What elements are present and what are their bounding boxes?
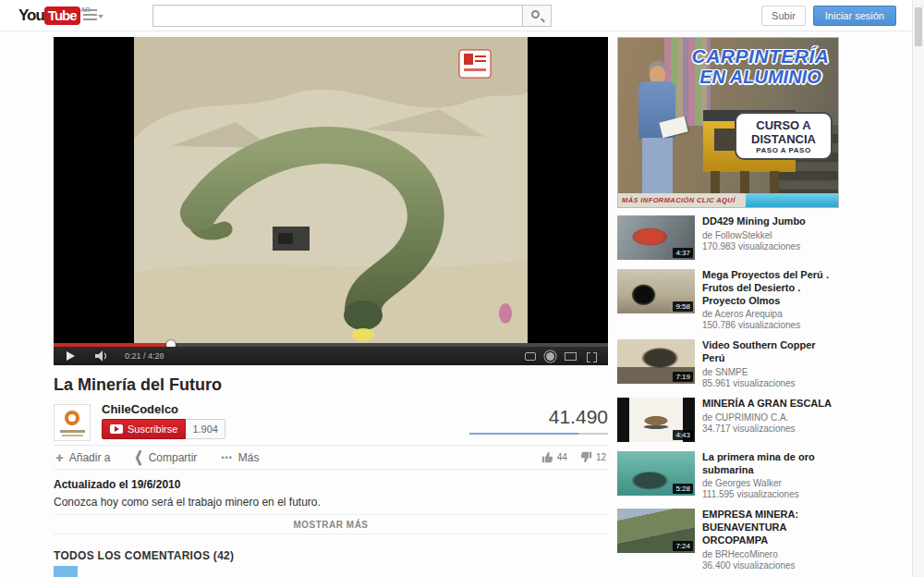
ad-url-strip[interactable]: [746, 193, 838, 207]
ad-banner[interactable]: CARPINTERÍA EN ALUMINIO CURSO A DISTANCI…: [617, 37, 839, 208]
related-video-thumbnail[interactable]: 7:24: [617, 509, 695, 553]
like-button[interactable]: 44: [541, 451, 567, 463]
related-video-item: 5:28 La primera mina de oro submarina de…: [617, 451, 839, 500]
related-video-thumbnail[interactable]: 4:37: [617, 215, 695, 260]
hamburger-bar: [83, 9, 97, 11]
related-video-meta: Video Southern Copper Perú de SNMPE 85.9…: [702, 339, 839, 388]
add-to-button[interactable]: + Añadir a: [55, 449, 110, 465]
related-video-channel: de FollowStekkel: [702, 230, 839, 240]
duration-badge: 4:37: [673, 248, 693, 258]
show-more-button[interactable]: MOSTRAR MÁS: [293, 520, 368, 530]
related-video-meta: Mega Proyectos del Perú . Frutos del Des…: [702, 269, 839, 330]
duration-badge: 4:43: [673, 430, 693, 440]
player-controls: 0:21 / 4:28: [54, 347, 608, 365]
signin-button[interactable]: Iniciar sesión: [813, 6, 896, 26]
related-video-views: 36.400 visualizaciones: [702, 560, 839, 571]
related-video-meta: La primera mina de oro submarina de Geor…: [702, 451, 839, 500]
codelco-logo-icon: [65, 411, 79, 425]
duration-badge: 5:28: [673, 484, 693, 494]
video-scene: [134, 37, 528, 343]
player-controls-right: [525, 352, 597, 361]
related-video-thumbnail[interactable]: 7:19: [617, 339, 695, 384]
related-video-views: 150.786 visualizaciones: [702, 320, 839, 330]
more-actions-button[interactable]: ••• Más: [221, 451, 259, 464]
related-video-thumbnail[interactable]: 4:43: [617, 398, 695, 442]
play-button[interactable]: [67, 351, 75, 361]
volume-button[interactable]: [95, 350, 108, 362]
search-input[interactable]: [152, 5, 522, 27]
ad-bubble-line3: PASO A PASO: [738, 146, 829, 154]
more-label: Más: [238, 451, 260, 464]
view-count: 41.490: [549, 406, 608, 428]
related-video-item: 4:43 MINERÍA A GRAN ESCALA de CUPRIMINO …: [617, 398, 839, 442]
related-video-views: 170.983 visualizaciones: [702, 241, 839, 252]
video-player[interactable]: 0:21 / 4:28: [54, 37, 608, 365]
logo-you-text: You: [18, 6, 44, 24]
duration-badge: 7:19: [673, 372, 693, 382]
chevron-down-icon: [98, 15, 103, 18]
youtube-play-icon: [110, 424, 123, 434]
captions-icon[interactable]: [525, 352, 536, 361]
thumbs-down-icon: [580, 451, 592, 463]
share-button[interactable]: ❮ Compartir: [134, 451, 197, 464]
related-video-title[interactable]: Mega Proyectos del Perú . Frutos del Des…: [702, 269, 839, 307]
search-icon: [531, 10, 540, 18]
top-header: YouTubeAR Subir Iniciar sesión: [0, 0, 924, 31]
related-video-views: 85.961 visualizaciones: [702, 378, 839, 388]
share-label: Compartir: [149, 451, 198, 464]
related-video-item: 7:24 EMPRESA MINERA: BUENAVENTURA ORCOPA…: [617, 509, 839, 570]
related-video-channel: de BRHecoMinero: [702, 549, 839, 559]
video-title: La Minería del Futuro: [54, 375, 222, 395]
related-video-item: 9:58 Mega Proyectos del Perú . Frutos de…: [617, 269, 839, 330]
search-button[interactable]: [522, 5, 552, 27]
ad-bubble-line2: DISTANCIA: [738, 132, 829, 146]
ad-cta-text[interactable]: MÁS INFORMACIÓN CLIC AQUÍ: [618, 193, 746, 207]
related-video-thumbnail[interactable]: 9:58: [617, 269, 695, 313]
related-video-meta: MINERÍA A GRAN ESCALA de CUPRIMINO C.A. …: [702, 398, 839, 442]
video-frame[interactable]: [134, 37, 528, 343]
channel-avatar[interactable]: [54, 404, 91, 441]
related-video-title[interactable]: MINERÍA A GRAN ESCALA: [702, 398, 839, 411]
duration-badge: 9:58: [673, 301, 693, 312]
fullscreen-icon[interactable]: [587, 352, 597, 361]
channel-row: ChileCodelco Suscribirse 1.904 41.490: [54, 402, 608, 445]
youtube-logo[interactable]: YouTubeAR: [18, 6, 90, 25]
plus-icon: +: [55, 449, 64, 465]
subscriber-count: 1.904: [186, 419, 225, 439]
like-ratio-bar: [469, 433, 608, 435]
share-icon: ❮: [134, 448, 142, 465]
subscribe-label: Suscribirse: [128, 424, 177, 435]
related-video-channel: de CUPRIMINO C.A.: [702, 412, 839, 423]
description-text: Conozca hoy como será el trabajo minero …: [54, 496, 608, 509]
related-video-title[interactable]: Video Southern Copper Perú: [702, 339, 839, 365]
guide-menu-icon[interactable]: [83, 9, 103, 24]
related-video-title[interactable]: DD429 Mining Jumbo: [702, 215, 839, 228]
page-scrollbar[interactable]: [912, 0, 924, 577]
add-to-label: Añadir a: [69, 451, 111, 464]
sidebar: CARPINTERÍA EN ALUMINIO CURSO A DISTANCI…: [617, 37, 839, 577]
related-video-channel: de Georges Walker: [702, 478, 839, 488]
more-dots-icon: •••: [221, 453, 232, 462]
upload-button[interactable]: Subir: [761, 6, 806, 26]
header-buttons: Subir Iniciar sesión: [761, 6, 896, 26]
related-video-title[interactable]: EMPRESA MINERA: BUENAVENTURA ORCOPAMPA: [702, 509, 839, 546]
related-video-meta: EMPRESA MINERA: BUENAVENTURA ORCOPAMPA d…: [702, 509, 839, 570]
like-count: 44: [557, 452, 567, 462]
hamburger-bar: [83, 18, 97, 20]
scrollbar-thumb[interactable]: [915, 7, 922, 46]
ad-bubble-line1: CURSO A: [738, 118, 829, 132]
rate-group: 44 12: [541, 451, 606, 463]
dislike-count: 12: [596, 452, 606, 462]
thumbs-up-icon: [541, 451, 553, 463]
related-video-thumbnail[interactable]: 5:28: [617, 451, 695, 496]
related-video-title[interactable]: La primera mina de oro submarina: [702, 451, 839, 477]
comment-form-avatar: [54, 566, 78, 577]
related-video-views: 111.595 visualizaciones: [702, 489, 839, 499]
time-display: 0:21 / 4:28: [125, 351, 164, 361]
theater-mode-icon[interactable]: [565, 352, 577, 361]
settings-gear-icon[interactable]: [546, 352, 554, 361]
dislike-button[interactable]: 12: [580, 451, 606, 463]
video-watermark: [459, 50, 491, 78]
subscribe-button[interactable]: Suscribirse: [102, 419, 186, 439]
channel-name[interactable]: ChileCodelco: [102, 402, 178, 416]
